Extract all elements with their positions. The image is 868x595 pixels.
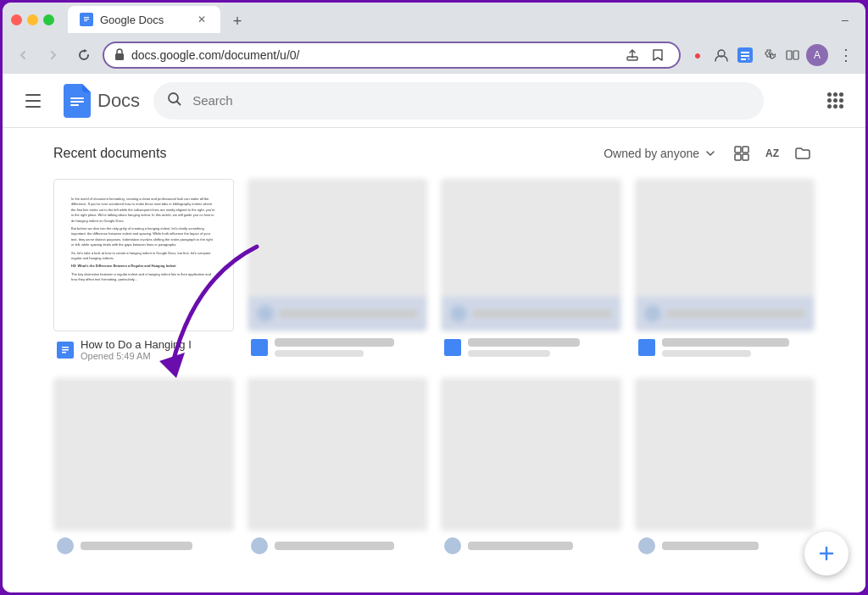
address-bar[interactable]: docs.google.com/document/u/0/	[103, 42, 681, 69]
doc-thumbnail-6	[248, 378, 428, 531]
doc-card-3[interactable]	[441, 179, 621, 364]
doc-card-4[interactable]	[635, 179, 815, 364]
share-icon[interactable]	[621, 44, 643, 66]
bookmark-icon[interactable]	[647, 44, 669, 66]
doc-time-active: Opened 5:49 AM	[81, 351, 231, 361]
split-view-icon[interactable]	[782, 45, 803, 65]
traffic-lights	[11, 14, 54, 25]
owned-by-label: Owned by anyone	[604, 147, 699, 160]
doc-thumbnail-3	[441, 179, 621, 331]
svg-rect-27	[448, 342, 458, 353]
owned-by-filter[interactable]: Owned by anyone	[604, 147, 716, 160]
minimize-traffic-light[interactable]	[27, 14, 38, 25]
sort-button[interactable]: AZ	[760, 142, 784, 165]
tab-title: Google Docs	[100, 14, 188, 26]
svg-rect-28	[642, 342, 652, 353]
docs-header: Docs	[3, 74, 865, 128]
window-minimize-button[interactable]: –	[833, 8, 857, 31]
svg-rect-25	[62, 352, 66, 353]
doc-thumbnail-7	[441, 378, 621, 531]
extension-icons: ● ≡	[687, 44, 828, 66]
maximize-traffic-light[interactable]	[43, 14, 54, 25]
svg-rect-2	[84, 19, 89, 19]
title-bar: Google Docs ✕ + –	[3, 3, 865, 36]
doc-card-7[interactable]	[441, 378, 621, 558]
doc-info-3	[441, 331, 621, 360]
svg-rect-10	[741, 58, 746, 60]
doc-type-icon-4	[638, 339, 655, 356]
docs-search-bar[interactable]	[153, 82, 764, 120]
hamburger-icon	[25, 94, 41, 108]
close-traffic-light[interactable]	[11, 14, 22, 25]
tabs-bar: Google Docs ✕ +	[68, 6, 826, 33]
hamburger-button[interactable]	[16, 84, 50, 118]
docs-logo-text: Docs	[97, 90, 140, 112]
user-ext-icon[interactable]	[711, 45, 732, 65]
svg-rect-16	[70, 104, 79, 106]
dropdown-arrow-icon	[704, 147, 716, 159]
doc-thumbnail-5	[53, 378, 234, 531]
doc-card-6[interactable]	[248, 378, 428, 558]
section-header: Recent documents Owned by anyone	[53, 142, 815, 165]
doc-preview-text: In the world of document formatting, cre…	[54, 180, 233, 299]
grid-view-button[interactable]	[730, 142, 754, 165]
active-tab[interactable]: Google Docs ✕	[68, 6, 220, 33]
docs-logo: Docs	[64, 84, 140, 118]
doc-card-5[interactable]	[53, 378, 234, 558]
doc-type-icon	[57, 342, 74, 359]
puzzle-icon[interactable]	[759, 45, 779, 65]
header-right	[818, 84, 852, 118]
documents-grid: In the world of document formatting, cre…	[53, 179, 815, 558]
doc-info-active: How to Do a Hanging I Opened 5:49 AM	[53, 331, 234, 364]
doc-name-active: How to Do a Hanging I	[81, 338, 231, 351]
docs-main: Recent documents Owned by anyone	[3, 128, 865, 592]
svg-rect-26	[254, 342, 264, 353]
doc-thumbnail-8	[635, 378, 815, 531]
doc-info-2	[248, 331, 428, 360]
svg-rect-13	[793, 51, 798, 59]
new-tab-button[interactable]: +	[225, 9, 249, 33]
doc-info-5	[53, 531, 234, 558]
doc-info-7	[441, 531, 621, 558]
lock-icon	[114, 48, 125, 63]
profile-avatar[interactable]: A	[806, 44, 828, 66]
filter-bar: Owned by anyone	[604, 142, 815, 165]
tab-close-button[interactable]: ✕	[195, 13, 209, 26]
page-content: Docs	[3, 74, 865, 592]
svg-rect-15	[70, 101, 84, 103]
doc-thumbnail-active: In the world of document formatting, cre…	[53, 179, 234, 331]
svg-rect-14	[70, 97, 84, 99]
opera-icon[interactable]: ●	[687, 45, 708, 65]
svg-rect-3	[84, 20, 87, 21]
svg-rect-12	[787, 51, 792, 59]
svg-rect-23	[62, 347, 69, 348]
docs-ext-icon[interactable]: ≡	[735, 45, 755, 65]
docs-logo-icon	[64, 84, 91, 118]
doc-card-8[interactable]	[635, 378, 815, 558]
doc-thumbnail-2	[248, 179, 428, 331]
address-actions	[621, 44, 669, 66]
reload-button[interactable]	[72, 43, 96, 67]
doc-thumbnail-4	[635, 179, 815, 331]
doc-card-2[interactable]	[248, 179, 428, 364]
doc-info-8	[635, 531, 815, 558]
svg-rect-4	[115, 53, 124, 60]
doc-card-active[interactable]: In the world of document formatting, cre…	[53, 179, 234, 364]
back-button[interactable]	[11, 43, 35, 67]
svg-rect-1	[84, 17, 89, 18]
window-controls: –	[833, 8, 857, 31]
section-title: Recent documents	[53, 146, 166, 161]
tab-favicon	[80, 13, 93, 26]
svg-rect-19	[743, 147, 748, 153]
search-input[interactable]	[192, 93, 750, 108]
svg-rect-5	[627, 57, 637, 60]
svg-rect-8	[741, 52, 749, 53]
apps-grid-button[interactable]	[818, 84, 852, 118]
folder-view-button[interactable]	[791, 142, 815, 165]
browser-menu-button[interactable]: ⋮	[835, 42, 857, 68]
address-bar-row: docs.google.com/document/u/0/ ●	[3, 36, 865, 74]
svg-rect-24	[62, 349, 69, 351]
svg-text:≡: ≡	[748, 56, 750, 61]
forward-button[interactable]	[42, 43, 65, 67]
new-document-fab[interactable]	[804, 531, 849, 576]
